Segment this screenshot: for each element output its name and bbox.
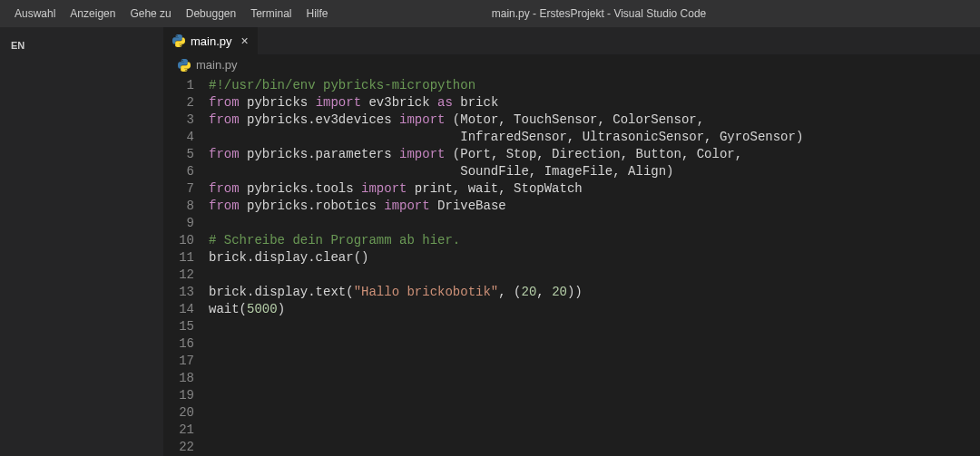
- line-number: 21: [163, 422, 194, 439]
- line-number: 11: [163, 249, 194, 267]
- code-line[interactable]: [209, 387, 980, 404]
- code-line[interactable]: from pybricks.robotics import DriveBase: [209, 198, 980, 215]
- line-number: 2: [163, 94, 194, 112]
- line-number: 8: [163, 198, 194, 215]
- menu-item-anzeigen[interactable]: Anzeigen: [63, 4, 122, 24]
- code-line[interactable]: [209, 404, 980, 422]
- breadcrumb[interactable]: main.py: [163, 54, 980, 75]
- code-line[interactable]: [209, 267, 980, 284]
- tab-bar: main.py ×: [163, 27, 980, 54]
- code-line[interactable]: wait(5000): [209, 301, 980, 318]
- code-line[interactable]: [209, 353, 980, 370]
- tab-main-py[interactable]: main.py ×: [163, 27, 259, 54]
- tab-filename: main.py: [191, 34, 232, 48]
- editor-area: main.py × main.py 1234567891011121314151…: [163, 27, 980, 456]
- breadcrumb-filename: main.py: [196, 58, 238, 72]
- line-number: 14: [163, 301, 194, 318]
- line-number-gutter: 12345678910111213141516171819202122: [163, 77, 209, 456]
- line-number: 22: [163, 439, 194, 456]
- main-area: EN main.py × main.py 1234567891011121314…: [0, 27, 980, 456]
- sidebar: EN: [0, 27, 163, 456]
- code-line[interactable]: # Schreibe dein Programm ab hier.: [209, 232, 980, 249]
- code-line[interactable]: from pybricks import ev3brick as brick: [209, 94, 980, 112]
- python-icon: [172, 34, 185, 47]
- line-number: 4: [163, 129, 194, 146]
- line-number: 20: [163, 404, 194, 422]
- line-number: 18: [163, 370, 194, 387]
- code-line[interactable]: [209, 422, 980, 439]
- code-line[interactable]: brick.display.text("Hallo brickobotik", …: [209, 284, 980, 301]
- code-line[interactable]: InfraredSensor, UltrasonicSensor, GyroSe…: [209, 129, 980, 146]
- code-line[interactable]: [209, 318, 980, 335]
- line-number: 19: [163, 387, 194, 404]
- line-number: 5: [163, 146, 194, 163]
- line-number: 16: [163, 335, 194, 353]
- window-title: main.py - ErstesProjekt - Visual Studio …: [492, 7, 707, 20]
- code-line[interactable]: from pybricks.tools import print, wait, …: [209, 180, 980, 198]
- menubar: AuswahlAnzeigenGehe zuDebuggenTerminalHi…: [7, 4, 336, 24]
- line-number: 13: [163, 284, 194, 301]
- line-number: 17: [163, 353, 194, 370]
- menu-item-auswahl[interactable]: Auswahl: [7, 4, 63, 24]
- code-line[interactable]: SoundFile, ImageFile, Align): [209, 163, 980, 180]
- code-line[interactable]: from pybricks.parameters import (Port, S…: [209, 146, 980, 163]
- python-icon: [178, 59, 191, 72]
- menu-item-debuggen[interactable]: Debuggen: [179, 4, 243, 24]
- code-content[interactable]: #!/usr/bin/env pybricks-micropythonfrom …: [209, 77, 980, 456]
- code-line[interactable]: [209, 215, 980, 232]
- line-number: 9: [163, 215, 194, 232]
- line-number: 1: [163, 77, 194, 94]
- titlebar: AuswahlAnzeigenGehe zuDebuggenTerminalHi…: [0, 0, 980, 27]
- close-icon[interactable]: ×: [241, 34, 249, 48]
- code-line[interactable]: brick.display.clear(): [209, 249, 980, 267]
- code-line[interactable]: [209, 335, 980, 353]
- line-number: 3: [163, 112, 194, 129]
- menu-item-hilfe[interactable]: Hilfe: [299, 4, 336, 24]
- line-number: 7: [163, 180, 194, 198]
- line-number: 10: [163, 232, 194, 249]
- code-line[interactable]: from pybricks.ev3devices import (Motor, …: [209, 112, 980, 129]
- line-number: 6: [163, 163, 194, 180]
- menu-item-gehe-zu[interactable]: Gehe zu: [122, 4, 178, 24]
- code-line[interactable]: [209, 439, 980, 456]
- menu-item-terminal[interactable]: Terminal: [243, 4, 299, 24]
- sidebar-section-label[interactable]: EN: [0, 36, 163, 54]
- line-number: 15: [163, 318, 194, 335]
- line-number: 12: [163, 267, 194, 284]
- code-line[interactable]: [209, 370, 980, 387]
- code-line[interactable]: #!/usr/bin/env pybricks-micropython: [209, 77, 980, 94]
- code-editor[interactable]: 12345678910111213141516171819202122 #!/u…: [163, 75, 980, 456]
